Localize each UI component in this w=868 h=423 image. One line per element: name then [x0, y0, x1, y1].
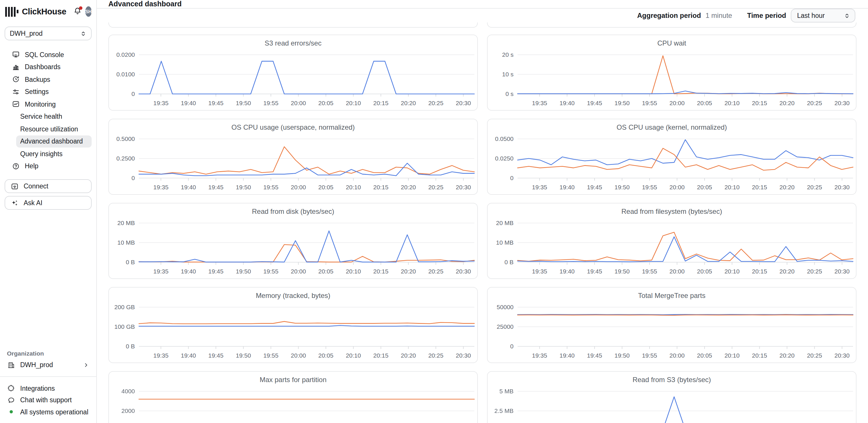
- sidebar-item-label: Monitoring: [25, 101, 56, 108]
- chart-title: CPU wait: [488, 39, 856, 47]
- x-axis-label: 20:25: [807, 268, 822, 274]
- button-label: Connect: [24, 183, 49, 190]
- settings-icon: [12, 88, 20, 96]
- page-title: Advanced dashboard: [108, 0, 182, 8]
- sidebar-footer-item-chat-with-support[interactable]: Chat with support: [0, 394, 96, 406]
- chart-title: Memory (tracked, bytes): [109, 292, 477, 300]
- sidebar-header: ClickHouse SH: [0, 0, 96, 23]
- sidebar-item-advanced-dashboard[interactable]: Advanced dashboard: [16, 135, 92, 148]
- x-axis-label: 19:45: [587, 352, 602, 359]
- y-axis-label: 5 MB: [499, 388, 514, 394]
- x-axis-label: 20:10: [724, 352, 740, 359]
- button-label: Ask AI: [24, 199, 42, 206]
- ask-ai-button[interactable]: Ask AI: [5, 196, 92, 210]
- x-axis-label: 19:45: [208, 100, 224, 106]
- clickhouse-logo-icon: [5, 7, 19, 17]
- y-axis-label: 20 s: [502, 51, 514, 58]
- x-axis-label: 19:55: [264, 352, 279, 359]
- x-axis-label: 20:05: [318, 100, 334, 106]
- x-axis-label: 20:15: [752, 184, 767, 191]
- x-axis-label: 19:55: [642, 184, 657, 191]
- x-axis-label: 19:50: [614, 184, 630, 191]
- x-axis-label: 20:30: [456, 184, 471, 191]
- x-axis-label: 20:05: [697, 184, 712, 191]
- organization-item[interactable]: DWH_prod: [0, 359, 96, 371]
- x-axis-label: 20:25: [428, 352, 443, 359]
- x-axis-label: 20:25: [807, 100, 822, 106]
- chart-series-line: [139, 325, 474, 326]
- organization-caption: Organization: [0, 350, 96, 359]
- charts-grid: S3 read errors/sec0.02000.0100019:3519:4…: [108, 35, 857, 423]
- x-axis-label: 19:50: [614, 352, 630, 359]
- y-axis-label: 0 B: [126, 343, 135, 350]
- integrations-icon: [7, 385, 15, 392]
- sidebar-item-sql-console[interactable]: SQL Console: [5, 48, 92, 61]
- notifications-bell-icon[interactable]: [73, 7, 82, 16]
- x-axis-label: 20:10: [346, 352, 361, 359]
- sidebar-footer-item-integrations[interactable]: Integrations: [0, 382, 96, 394]
- cutoff-chart-card: [487, 23, 857, 28]
- x-axis-label: 19:55: [264, 100, 279, 106]
- x-axis-label: 20:15: [752, 352, 767, 359]
- chart-title: OS CPU usage (userspace, normalized): [109, 123, 477, 131]
- x-axis-label: 20:15: [752, 100, 767, 106]
- sidebar-item-service-health[interactable]: Service health: [16, 110, 92, 123]
- x-axis-label: 19:40: [559, 268, 575, 274]
- x-axis-label: 20:20: [779, 352, 795, 359]
- chart-card-total-mergetree-parts: Total MergeTree parts5000025000019:3519:…: [487, 287, 857, 363]
- sidebar-item-backups[interactable]: Backups: [5, 73, 92, 86]
- chart-card-cpu-wait: CPU wait20 s10 s0 s19:3519:4019:4519:501…: [487, 35, 857, 111]
- x-axis-label: 20:30: [456, 268, 471, 274]
- x-axis-label: 19:50: [236, 352, 251, 359]
- chart-title: OS CPU usage (kernel, normalized): [488, 123, 856, 131]
- x-axis-label: 19:40: [559, 100, 575, 106]
- x-axis-label: 20:00: [670, 100, 685, 106]
- chart-title: Read from disk (bytes/sec): [109, 207, 477, 216]
- x-axis-label: 20:10: [724, 184, 740, 191]
- chat-icon: [7, 396, 15, 404]
- sidebar-footer-item-all-systems-operational[interactable]: All systems operational: [0, 406, 96, 418]
- x-axis-label: 20:05: [697, 352, 712, 359]
- dashboard-toolbar: Aggregation period 1 minute Time period …: [97, 9, 868, 23]
- chart-card-read-from-s3-bytes-sec: Read from S3 (bytes/sec)5 MB2.5 MB19:351…: [487, 371, 857, 423]
- sidebar-item-label: Service health: [20, 113, 62, 120]
- x-axis-label: 20:05: [697, 100, 712, 106]
- chevron-right-icon: [83, 362, 89, 368]
- y-axis-label: 0.0250: [495, 155, 514, 162]
- sidebar-item-settings[interactable]: Settings: [5, 86, 92, 98]
- x-axis-label: 19:45: [587, 100, 602, 106]
- x-axis-label: 19:35: [153, 100, 168, 106]
- sidebar-footer: IntegrationsChat with supportAll systems…: [0, 382, 96, 418]
- sidebar-item-dashboards[interactable]: Dashboards: [5, 61, 92, 73]
- x-axis-label: 19:55: [642, 268, 657, 274]
- sql-console-icon: [12, 51, 20, 59]
- service-selector[interactable]: DWH_prod: [5, 27, 92, 40]
- avatar[interactable]: SH: [85, 6, 92, 17]
- sidebar-item-label: Backups: [25, 76, 50, 83]
- y-axis-label: 100 GB: [115, 323, 135, 330]
- chart-series-line: [139, 245, 474, 262]
- sidebar-actions: ConnectAsk AI: [0, 179, 96, 213]
- organization-name: DWH_prod: [20, 362, 53, 368]
- sidebar-item-help[interactable]: Help: [5, 160, 92, 172]
- chart-series-line: [518, 149, 853, 170]
- connect-button[interactable]: Connect: [5, 179, 92, 193]
- time-period-label: Time period: [747, 11, 786, 20]
- sidebar-item-resource-utilization[interactable]: Resource utilization: [16, 123, 92, 135]
- ask-ai-icon: [11, 199, 19, 206]
- chart-card-os-cpu-usage-userspace-normalized: OS CPU usage (userspace, normalized)0.50…: [108, 119, 478, 195]
- sidebar-item-monitoring[interactable]: Monitoring: [5, 98, 92, 110]
- x-axis-label: 20:25: [428, 184, 443, 191]
- organization-icon: [7, 361, 15, 369]
- y-axis-label: 10 s: [502, 71, 514, 77]
- sidebar-item-label: SQL Console: [25, 51, 64, 58]
- x-axis-label: 20:05: [318, 268, 334, 274]
- y-axis-label: 0: [131, 174, 135, 181]
- notification-dot: [79, 6, 83, 10]
- sidebar-item-query-insights[interactable]: Query insights: [16, 148, 92, 160]
- y-axis-label: 10 MB: [117, 239, 135, 246]
- x-axis-label: 19:45: [587, 268, 602, 274]
- x-axis-label: 20:15: [752, 268, 767, 274]
- y-axis-label: 0.5000: [117, 135, 135, 142]
- time-period-select[interactable]: Last hour: [791, 9, 855, 23]
